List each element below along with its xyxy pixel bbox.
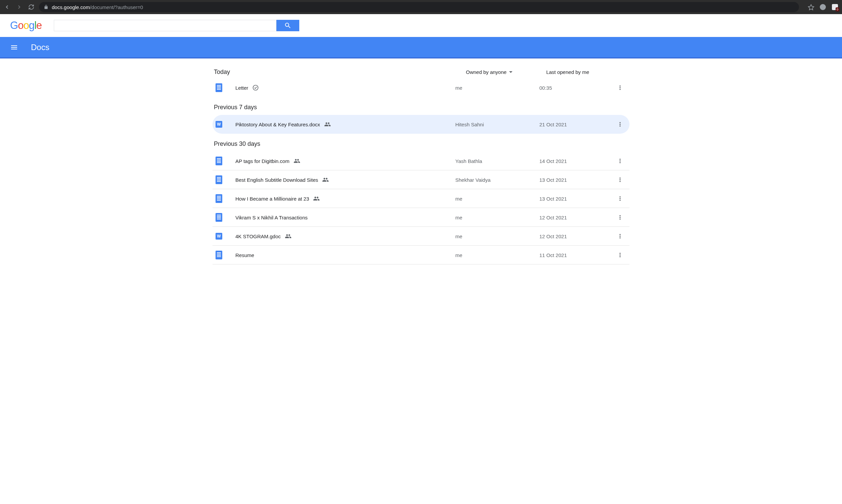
document-owner: me xyxy=(455,215,539,220)
forward-button[interactable] xyxy=(16,4,22,10)
document-name: Letter xyxy=(235,84,455,91)
document-row[interactable]: Best English Subtitle Download SitesShek… xyxy=(212,170,630,189)
search-input[interactable] xyxy=(54,20,276,31)
docs-file-icon xyxy=(215,83,222,92)
more-actions-button[interactable] xyxy=(613,252,627,258)
document-date: 11 Oct 2021 xyxy=(539,252,613,258)
document-owner: me xyxy=(455,196,539,202)
document-row[interactable]: Letterme00:35 xyxy=(212,78,630,97)
document-row[interactable]: Vikram S x Nikhil A Transactionsme12 Oct… xyxy=(212,208,630,227)
docs-file-icon xyxy=(215,175,222,184)
document-owner: me xyxy=(455,234,539,239)
document-row[interactable]: W4K STOGRAM.gdocme12 Oct 2021 xyxy=(212,227,630,246)
more-actions-button[interactable] xyxy=(613,214,627,221)
svg-point-0 xyxy=(253,85,258,90)
word-file-icon: W xyxy=(215,121,222,128)
shared-icon xyxy=(285,233,292,239)
google-header: Google xyxy=(0,14,842,37)
document-date: 14 Oct 2021 xyxy=(539,158,613,164)
document-list: TodayOwned by anyoneLast opened by meLet… xyxy=(212,58,630,265)
document-name: AP tags for Digitbin.com xyxy=(235,158,455,164)
document-owner: Shekhar Vaidya xyxy=(455,177,539,183)
back-button[interactable] xyxy=(4,4,10,10)
section-heading: Previous 7 days xyxy=(212,97,630,115)
docs-file-icon xyxy=(215,194,222,203)
lock-icon xyxy=(44,5,49,10)
document-name: Vikram S x Nikhil A Transactions xyxy=(235,215,455,220)
section-heading: Previous 30 days xyxy=(212,134,630,151)
document-owner: me xyxy=(455,85,539,91)
bookmark-star-icon[interactable] xyxy=(808,4,814,10)
app-bar: Docs xyxy=(0,37,842,58)
shared-icon xyxy=(324,121,331,128)
reload-button[interactable] xyxy=(28,4,34,10)
search-button[interactable] xyxy=(276,20,299,31)
url-text: docs.google.com/document/?authuser=0 xyxy=(52,4,143,10)
document-name: 4K STOGRAM.gdoc xyxy=(235,233,455,239)
more-actions-button[interactable] xyxy=(613,121,627,128)
word-file-icon: W xyxy=(215,233,222,239)
docs-file-icon xyxy=(215,157,222,165)
more-actions-button[interactable] xyxy=(613,158,627,164)
browser-toolbar: docs.google.com/document/?authuser=0 0 xyxy=(0,0,842,14)
search-icon xyxy=(284,22,292,29)
document-row[interactable]: Resumeme11 Oct 2021 xyxy=(212,246,630,265)
google-logo[interactable]: Google xyxy=(10,19,42,32)
document-date: 00:35 xyxy=(539,85,613,91)
more-actions-button[interactable] xyxy=(613,233,627,239)
document-row[interactable]: AP tags for Digitbin.comYash Bathla14 Oc… xyxy=(212,151,630,170)
app-title: Docs xyxy=(31,43,49,52)
address-bar[interactable]: docs.google.com/document/?authuser=0 xyxy=(39,2,799,12)
document-name: How I Became a Millionaire at 23 xyxy=(235,195,455,202)
document-date: 21 Oct 2021 xyxy=(539,122,613,127)
document-name: Piktostory About & Key Features.docx xyxy=(235,121,455,128)
search-container xyxy=(54,20,299,31)
document-date: 12 Oct 2021 xyxy=(539,215,613,220)
more-actions-button[interactable] xyxy=(613,84,627,91)
document-row[interactable]: WPiktostory About & Key Features.docxHit… xyxy=(212,115,630,134)
document-name: Resume xyxy=(235,252,455,258)
document-date: 12 Oct 2021 xyxy=(539,234,613,239)
document-owner: Yash Bathla xyxy=(455,158,539,164)
shared-icon xyxy=(313,195,320,202)
profile-avatar[interactable]: 0 xyxy=(832,4,838,10)
offline-icon xyxy=(252,84,259,91)
more-actions-button[interactable] xyxy=(613,195,627,202)
notification-badge: 0 xyxy=(836,7,839,12)
sort-label[interactable]: Last opened by me xyxy=(546,69,630,75)
document-date: 13 Oct 2021 xyxy=(539,196,613,202)
more-actions-button[interactable] xyxy=(613,176,627,183)
document-date: 13 Oct 2021 xyxy=(539,177,613,183)
section-heading: Today xyxy=(212,69,466,76)
chevron-down-icon xyxy=(509,71,512,73)
menu-button[interactable] xyxy=(10,43,18,51)
extension-icon[interactable] xyxy=(820,4,826,10)
document-owner: me xyxy=(455,252,539,258)
docs-file-icon xyxy=(215,213,222,222)
owner-filter-dropdown[interactable]: Owned by anyone xyxy=(466,69,546,75)
document-row[interactable]: How I Became a Millionaire at 23me13 Oct… xyxy=(212,189,630,208)
document-owner: Hitesh Sahni xyxy=(455,122,539,127)
shared-icon xyxy=(322,176,329,183)
docs-file-icon xyxy=(215,251,222,259)
document-name: Best English Subtitle Download Sites xyxy=(235,176,455,183)
shared-icon xyxy=(294,158,300,164)
